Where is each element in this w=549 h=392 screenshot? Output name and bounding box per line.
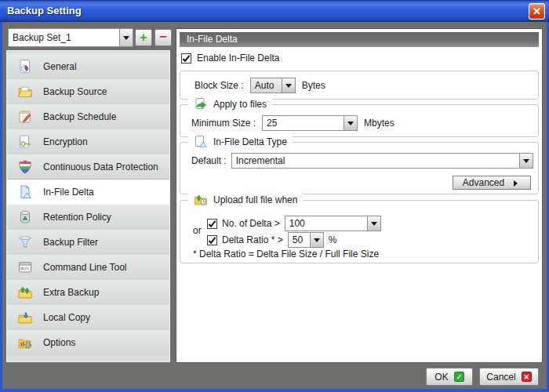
delta-ratio-select[interactable]: 50 (288, 232, 324, 248)
remove-backup-set-button[interactable]: − (155, 29, 172, 46)
backup-setting-dialog: Backup Setting ✕ Backup Set_1 + − (0, 0, 549, 392)
block-size-value: Auto (251, 78, 282, 93)
sidebar-item-backup-filter[interactable]: Backup Filter (7, 230, 169, 255)
apply-to-files-group: Apply to files Minimum Size : 25 Mbytes (180, 104, 539, 137)
panel-header: In-File Delta (180, 32, 539, 47)
terminal-icon: dir> (17, 260, 33, 275)
no-of-delta-select[interactable]: 100 (285, 216, 381, 231)
sidebar-item-in-file-delta[interactable]: In-File Delta (7, 180, 169, 205)
default-type-dropdown-button[interactable] (519, 154, 533, 168)
minimum-size-value: 25 (263, 116, 344, 130)
chevron-down-icon (123, 36, 129, 43)
checkmark-icon (182, 54, 191, 63)
sidebar-item-label: Continuous Data Protection (43, 162, 158, 172)
folder-gear-icon (17, 335, 33, 350)
sidebar-item-label: Options (43, 337, 75, 348)
close-icon: ✕ (533, 5, 541, 17)
apply-files-icon (194, 97, 208, 111)
delta-ratio-value: 50 (289, 233, 310, 247)
sidebar-item-backup-source[interactable]: Backup Source (7, 79, 169, 104)
window-title: Backup Setting (7, 0, 82, 21)
titlebar[interactable]: Backup Setting ✕ (0, 0, 549, 22)
enable-in-file-delta-checkbox[interactable] (181, 53, 191, 64)
in-file-delta-type-legend: In-File Delta Type (188, 135, 293, 149)
backup-set-dropdown-button[interactable] (119, 29, 133, 46)
delta-ratio-row: Delta Ratio * > 50 % (207, 232, 336, 248)
block-size-dropdown-button[interactable] (282, 78, 295, 93)
settings-nav-list: General Backup Source Backup S (6, 50, 170, 362)
delta-ratio-dropdown-button[interactable] (310, 233, 323, 247)
ok-button-label: OK (434, 372, 448, 383)
notepad-pencil-icon (17, 109, 33, 125)
delta-ratio-checkbox[interactable] (207, 235, 217, 245)
apply-to-files-title: Apply to files (213, 99, 267, 110)
checkmark-icon (208, 220, 216, 228)
block-size-box: Block Size : Auto Bytes (180, 71, 539, 100)
sidebar-item-command-line-tool[interactable]: dir> Command Line Tool (7, 255, 169, 280)
no-of-delta-checkbox[interactable] (207, 219, 217, 229)
svg-text:dir>: dir> (20, 267, 29, 270)
sidebar-item-general[interactable]: General (7, 54, 169, 79)
sidebar-item-label: Local Copy (43, 312, 90, 323)
in-file-delta-type-group: In-File Delta Type Default : Incremental… (180, 142, 539, 194)
minimum-size-select[interactable]: 25 (262, 115, 358, 131)
backup-set-value: Backup Set_1 (9, 29, 119, 46)
document-key-icon (17, 134, 33, 150)
default-type-select[interactable]: Incremental (231, 153, 533, 169)
chevron-down-icon (523, 159, 529, 166)
delta-type-icon (194, 135, 208, 149)
document-pie-icon (17, 59, 33, 74)
sidebar-item-retention-policy[interactable]: Retention Policy (7, 205, 169, 230)
upload-full-file-title: Upload full file when (213, 194, 297, 205)
arrow-right-icon (514, 180, 521, 187)
cancel-button[interactable]: Cancel ✕ (479, 368, 539, 386)
recycle-bin-icon (17, 209, 33, 225)
upload-full-file-group: Upload full file when No. of Delta > 100… (180, 200, 539, 263)
or-label: or (193, 225, 202, 236)
sidebar-item-extra-backup[interactable]: Extra Backup (7, 280, 169, 305)
sidebar-item-options[interactable]: Options (7, 330, 169, 355)
enable-in-file-delta-label: Enable In-File Delta (197, 53, 279, 64)
cancel-x-icon: ✕ (522, 372, 532, 382)
minimum-size-row: Minimum Size : 25 Mbytes (191, 115, 394, 131)
no-of-delta-row: No. of Delta > 100 (207, 216, 381, 231)
no-of-delta-label: No. of Delta > (222, 218, 280, 229)
sidebar-item-label: General (43, 61, 77, 72)
sidebar-item-label: Backup Filter (43, 237, 98, 248)
sidebar-item-label: Encryption (43, 136, 88, 147)
plus-icon: + (140, 31, 147, 45)
default-type-row: Default : Incremental (191, 153, 533, 169)
advanced-button[interactable]: Advanced (453, 176, 531, 190)
percent-label: % (329, 234, 337, 245)
in-file-delta-panel: In-File Delta Enable In-File Delta Block… (176, 28, 543, 363)
chevron-down-icon (347, 122, 354, 129)
in-file-delta-type-title: In-File Delta Type (213, 136, 287, 147)
delta-document-icon (17, 184, 33, 200)
add-backup-set-button[interactable]: + (135, 29, 152, 46)
no-of-delta-value: 100 (285, 216, 367, 230)
close-button[interactable]: ✕ (529, 3, 545, 20)
block-size-select[interactable]: Auto (250, 78, 296, 93)
advanced-button-label: Advanced (463, 177, 504, 188)
backup-set-select[interactable]: Backup Set_1 (8, 28, 133, 47)
checkmark-icon (208, 236, 216, 245)
folder-down-arrow-icon (17, 310, 33, 325)
minus-icon: − (159, 30, 166, 44)
block-size-unit: Bytes (302, 80, 325, 91)
chevron-down-icon (371, 222, 377, 229)
ok-button[interactable]: OK ✓ (426, 368, 473, 386)
sidebar-item-label: Extra Backup (43, 287, 99, 298)
sidebar-item-backup-schedule[interactable]: Backup Schedule (7, 104, 169, 129)
funnel-icon (17, 234, 33, 250)
block-size-label: Block Size : (195, 80, 244, 91)
sidebar-item-continuous-data-protection[interactable]: Continuous Data Protection (7, 154, 169, 180)
sidebar-item-label: In-File Delta (43, 187, 94, 198)
chevron-down-icon (285, 84, 292, 91)
no-of-delta-dropdown-button[interactable] (367, 216, 380, 230)
minimum-size-dropdown-button[interactable] (344, 116, 357, 130)
dialog-body: Backup Set_1 + − General (2, 22, 547, 389)
sidebar-item-encryption[interactable]: Encryption (7, 129, 169, 154)
sidebar-item-local-copy[interactable]: Local Copy (7, 305, 169, 330)
sidebar-item-label: Command Line Tool (43, 262, 127, 273)
chevron-down-icon (314, 238, 320, 245)
